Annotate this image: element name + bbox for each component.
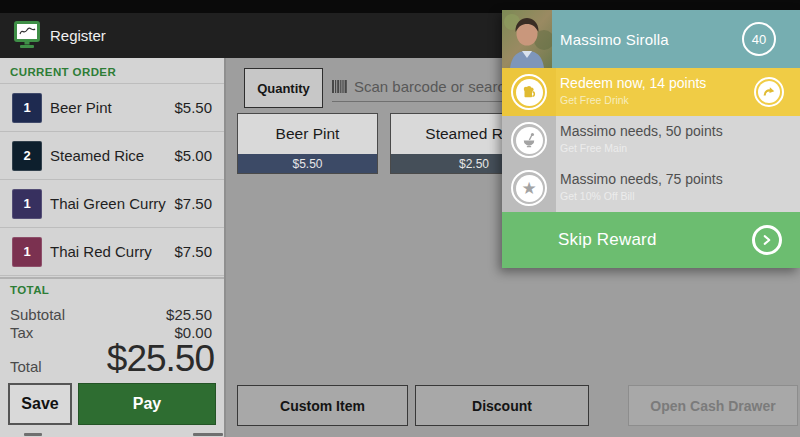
quantity-badge: 2	[12, 141, 42, 171]
reward-row-10-percent-off[interactable]: ★ Massimo needs, 75 points Get 10% Off B…	[502, 164, 800, 212]
noodle-bowl-icon	[520, 131, 538, 149]
quantity-button[interactable]: Quantity	[244, 68, 323, 108]
subtotal-value: $25.50	[166, 306, 212, 323]
star-icon: ★	[521, 180, 536, 197]
order-item-row[interactable]: 1 Beer Pint $5.50	[0, 84, 224, 132]
product-name: Beer Pint	[238, 114, 377, 154]
item-price: $7.50	[174, 243, 212, 260]
barcode-icon	[332, 80, 348, 93]
quantity-badge: 1	[12, 189, 42, 219]
reward-subtitle: Get 10% Off Bill	[560, 190, 800, 202]
save-button[interactable]: Save	[8, 383, 72, 425]
current-order-header: CURRENT ORDER	[0, 58, 224, 84]
clipped-row-price	[193, 433, 223, 436]
quantity-badge: 1	[12, 93, 42, 123]
reward-title: Massimo needs, 75 points	[560, 171, 800, 187]
item-name: Thai Red Curry	[50, 243, 174, 260]
totals-header: TOTAL	[10, 284, 49, 296]
total-label: Total	[10, 358, 42, 375]
reward-subtitle: Get Free Main	[560, 142, 800, 154]
points-badge: 40	[742, 22, 776, 56]
customer-header: Massimo Sirolla 40	[502, 10, 800, 68]
beer-mug-icon	[520, 83, 538, 101]
redeem-arrow-icon[interactable]	[754, 77, 784, 107]
skip-reward-label: Skip Reward	[558, 230, 752, 250]
subtotal-label: Subtotal	[10, 306, 65, 323]
product-tile-beer-pint[interactable]: Beer Pint $5.50	[237, 113, 378, 174]
order-item-row[interactable]: 2 Steamed Rice $5.00	[0, 132, 224, 180]
register-screen: Register CURRENT ORDER 1 Beer Pint $5.50…	[0, 0, 800, 437]
open-cash-drawer-button[interactable]: Open Cash Drawer	[628, 385, 798, 426]
order-item-row[interactable]: 1 Thai Green Curry $7.50	[0, 180, 224, 228]
total-value: $25.50	[107, 338, 214, 380]
customer-avatar	[502, 10, 552, 68]
totals-divider	[0, 277, 224, 279]
item-price: $5.50	[174, 99, 212, 116]
reward-row-free-drink[interactable]: Redeem now, 14 points Get Free Drink	[502, 68, 800, 116]
reward-row-free-main[interactable]: Massimo needs, 50 points Get Free Main	[502, 116, 800, 164]
register-terminal-icon	[14, 21, 40, 51]
discount-button[interactable]: Discount	[415, 385, 589, 426]
quantity-badge: 1	[12, 237, 42, 267]
item-price: $5.00	[174, 147, 212, 164]
loyalty-reward-popup: Massimo Sirolla 40 Redeem now, 14 points	[502, 10, 800, 268]
customer-name: Massimo Sirolla	[560, 31, 742, 48]
tax-label: Tax	[10, 324, 33, 341]
reward-icon-column	[502, 68, 556, 116]
current-order-panel: CURRENT ORDER 1 Beer Pint $5.50 2 Steame…	[0, 58, 226, 437]
clipped-row-text	[24, 433, 42, 436]
reward-icon-column: ★	[502, 164, 556, 212]
item-name: Steamed Rice	[50, 147, 174, 164]
pay-button[interactable]: Pay	[78, 383, 216, 425]
reward-icon-column	[502, 116, 556, 164]
chevron-right-icon	[752, 225, 782, 255]
item-price: $7.50	[174, 195, 212, 212]
order-item-row[interactable]: 1 Thai Red Curry $7.50	[0, 228, 224, 276]
skip-reward-button[interactable]: Skip Reward	[502, 212, 800, 268]
custom-item-button[interactable]: Custom Item	[237, 385, 408, 426]
item-name: Beer Pint	[50, 99, 174, 116]
product-price: $5.50	[238, 154, 377, 173]
page-title: Register	[50, 27, 106, 44]
subtotal-row: Subtotal $25.50	[10, 306, 212, 323]
item-name: Thai Green Curry	[50, 195, 174, 212]
reward-title: Massimo needs, 50 points	[560, 123, 800, 139]
